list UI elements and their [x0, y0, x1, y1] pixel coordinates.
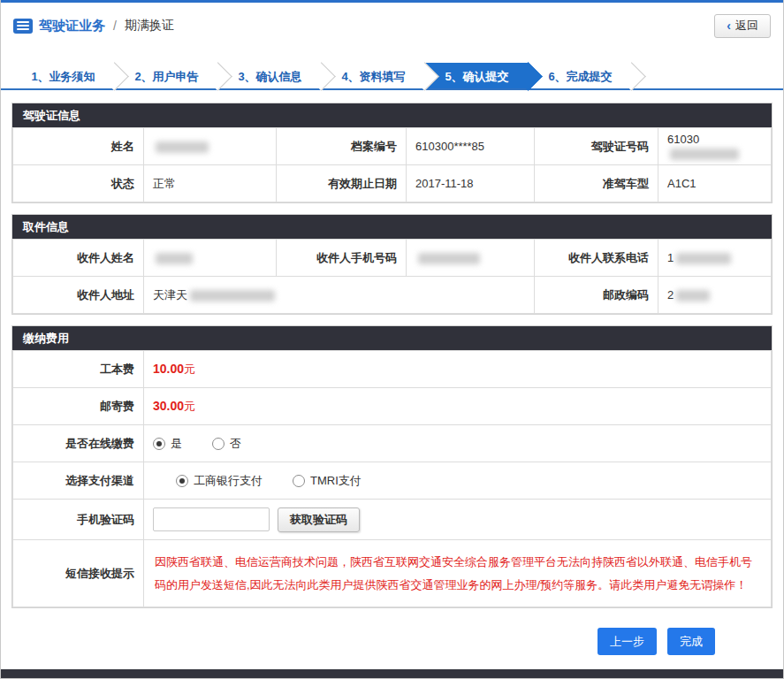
license-section-title: 驾驶证信息: [12, 103, 772, 127]
pickup-info-table: 收件人姓名 收件人手机号码 收件人联系电话 1 收件人地址 天津天 邮政编码 2: [12, 239, 772, 314]
channel-icbc-radio[interactable]: 工商银行支付: [176, 473, 263, 489]
step-4-label: 4、资料填写: [341, 70, 405, 83]
postcode-text: 2: [667, 288, 674, 301]
form-actions: 上一步 完成: [11, 628, 773, 655]
channel-options: 工商银行支付 TMRI支付: [144, 462, 772, 500]
table-row: 收件人地址 天津天 邮政编码 2: [13, 277, 772, 314]
main-content: 驾驶证信息 姓名 档案编号 610300****85 驾驶证号码 61030 状…: [1, 90, 783, 655]
mailing-fee-label: 邮寄费: [13, 388, 144, 425]
name-label: 姓名: [13, 128, 144, 165]
pickup-info-section: 取件信息 收件人姓名 收件人手机号码 收件人联系电话 1 收件人地址 天津天 邮…: [11, 214, 773, 315]
step-6-complete[interactable]: 6、完成提交: [529, 63, 632, 88]
page-header: 驾驶证业务 / 期满换证 ‹ 返回: [1, 3, 783, 49]
sms-code-input[interactable]: [153, 507, 270, 531]
table-row: 短信接收提示 因陕西省联通、电信运营商技术问题，陕西省互联网交通安全综合服务管理…: [13, 540, 772, 607]
recipient-mobile-label: 收件人手机号码: [277, 240, 407, 277]
production-fee-unit: 元: [184, 362, 195, 376]
recipient-mobile-value: [407, 240, 535, 277]
back-button[interactable]: ‹ 返回: [714, 14, 771, 38]
redacted-postcode: [676, 290, 710, 301]
recipient-phone-text: 1: [667, 251, 674, 264]
page: 驾驶证业务 / 期满换证 ‹ 返回 1、业务须知 2、用户申告 3、确认信息 4…: [0, 0, 784, 679]
table-row: 是否在线缴费 是 否: [13, 425, 772, 462]
recipient-phone-label: 收件人联系电话: [535, 240, 658, 277]
table-row: 邮寄费 30.00元: [13, 388, 772, 425]
status-label: 状态: [13, 165, 144, 202]
radio-checked-icon: [153, 438, 165, 450]
recipient-name-value: [144, 240, 277, 277]
online-yes-radio[interactable]: 是: [153, 436, 182, 452]
file-number-label: 档案编号: [277, 128, 407, 165]
recipient-phone-value: 1: [658, 240, 772, 277]
address-label: 收件人地址: [13, 277, 144, 314]
fees-section-title: 缴纳费用: [12, 326, 772, 350]
step-2-label: 2、用户申告: [134, 70, 198, 83]
online-no-label: 否: [230, 436, 241, 452]
fees-table: 工本费 10.00元 邮寄费 30.00元 是否在线缴费 是 否: [12, 350, 772, 607]
step-1-label: 1、业务须知: [31, 70, 95, 83]
breadcrumb: 驾驶证业务 / 期满换证: [13, 18, 174, 34]
table-row: 收件人姓名 收件人手机号码 收件人联系电话 1: [13, 240, 772, 277]
footer-bar: [1, 669, 783, 678]
redacted-recipient-name: [156, 253, 193, 264]
table-row: 工本费 10.00元: [13, 351, 772, 388]
online-payment-options: 是 否: [144, 425, 772, 462]
fees-section: 缴纳费用 工本费 10.00元 邮寄费 30.00元 是否在线缴费 是 否: [11, 325, 773, 608]
address-text: 天津天: [153, 288, 187, 301]
previous-step-button[interactable]: 上一步: [598, 628, 657, 655]
name-value: [144, 128, 277, 165]
file-number-value: 610300****85: [407, 128, 535, 165]
postcode-label: 邮政编码: [535, 277, 658, 314]
license-info-section: 驾驶证信息 姓名 档案编号 610300****85 驾驶证号码 61030 状…: [11, 103, 773, 203]
step-2-declaration[interactable]: 2、用户申告: [115, 63, 218, 88]
license-number-label: 驾驶证号码: [535, 128, 658, 165]
online-no-radio[interactable]: 否: [212, 436, 241, 452]
step-5-confirm-submit-active[interactable]: 5、确认提交: [425, 63, 529, 88]
address-value: 天津天: [144, 277, 535, 314]
sms-code-cell: 获取验证码: [144, 500, 772, 540]
radio-unchecked-icon: [212, 438, 225, 450]
step-1-notice[interactable]: 1、业务须知: [11, 63, 115, 88]
channel-tmri-radio[interactable]: TMRI支付: [293, 473, 362, 489]
channel-label: 选择支付渠道: [13, 462, 144, 500]
pickup-section-title: 取件信息: [12, 215, 772, 239]
redacted-name: [156, 141, 209, 153]
online-payment-label: 是否在线缴费: [13, 425, 144, 462]
channel-tmri-label: TMRI支付: [310, 473, 362, 489]
table-row: 选择支付渠道 工商银行支付 TMRI支付: [13, 462, 772, 500]
step-4-fill-data[interactable]: 4、资料填写: [322, 63, 425, 88]
vehicle-class-value: A1C1: [658, 165, 772, 202]
step-5-label: 5、确认提交: [445, 70, 508, 83]
finish-button[interactable]: 完成: [667, 628, 715, 655]
sms-code-label: 手机验证码: [13, 500, 144, 540]
status-value: 正常: [144, 165, 277, 202]
mailing-fee-amount: 30.00: [153, 399, 184, 413]
production-fee-amount: 10.00: [153, 362, 184, 376]
page-title: 驾驶证业务: [39, 18, 105, 34]
radio-unchecked-icon: [293, 475, 305, 487]
get-code-button[interactable]: 获取验证码: [278, 507, 360, 532]
sms-notice-cell: 因陕西省联通、电信运营商技术问题，陕西省互联网交通安全综合服务管理平台无法向持陕…: [144, 540, 772, 607]
table-row: 手机验证码 获取验证码: [13, 500, 772, 540]
back-button-label: 返回: [735, 18, 758, 34]
title-divider: /: [113, 19, 117, 33]
expiry-value: 2017-11-18: [407, 165, 535, 202]
vehicle-class-label: 准驾车型: [535, 165, 658, 202]
redacted-address: [190, 290, 275, 301]
form-icon: [13, 19, 33, 34]
redacted-recipient-mobile: [418, 253, 480, 264]
channel-icbc-label: 工商银行支付: [194, 473, 263, 489]
sms-notice-label: 短信接收提示: [13, 540, 144, 607]
step-3-confirm-info[interactable]: 3、确认信息: [218, 63, 322, 88]
radio-checked-icon: [176, 475, 188, 487]
mailing-fee-unit: 元: [184, 400, 195, 413]
redacted-recipient-phone: [676, 253, 731, 264]
postcode-value: 2: [658, 277, 772, 314]
page-subtitle: 期满换证: [125, 18, 174, 34]
step-3-label: 3、确认信息: [238, 70, 301, 83]
mailing-fee-value: 30.00元: [144, 388, 772, 425]
table-row: 状态 正常 有效期止日期 2017-11-18 准驾车型 A1C1: [13, 165, 772, 202]
online-yes-label: 是: [171, 436, 182, 452]
table-row: 姓名 档案编号 610300****85 驾驶证号码 61030: [13, 128, 772, 165]
redacted-license-number: [670, 149, 739, 160]
